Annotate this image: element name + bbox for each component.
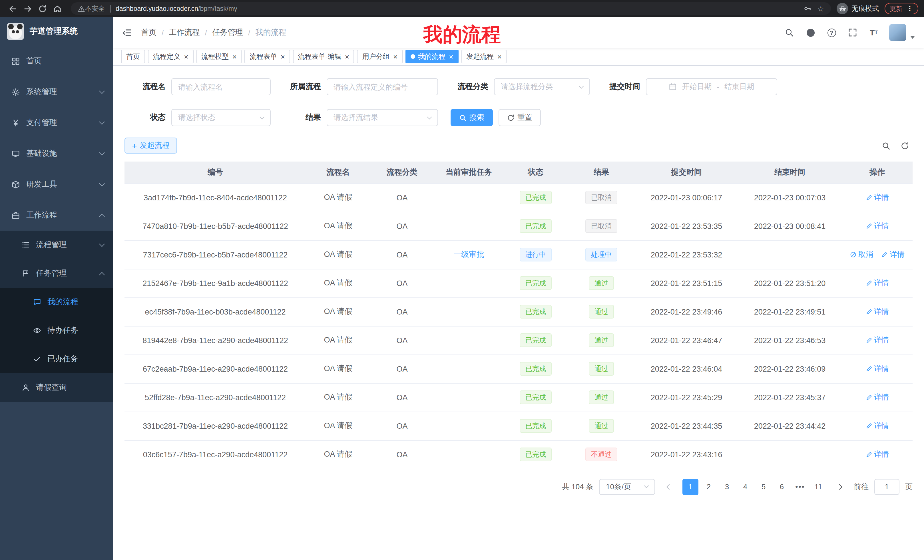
browser-home-icon[interactable] <box>50 2 64 15</box>
tab-item[interactable]: 用户分组× <box>357 49 403 63</box>
sidebar-item-todo-tasks[interactable]: 待办任务 <box>0 316 113 345</box>
prev-page-button[interactable] <box>661 479 676 495</box>
app-logo[interactable]: 芋道管理系统 <box>0 17 113 46</box>
address-bar[interactable]: 不安全 dashboard.yudao.iocoder.cn/bpm/task/… <box>71 2 831 15</box>
action-detail-link[interactable]: 详情 <box>866 192 889 203</box>
github-icon[interactable] <box>805 27 816 38</box>
browser-back-icon[interactable] <box>6 2 20 15</box>
current-task-link[interactable]: 一级审批 <box>453 250 484 259</box>
process-name-input[interactable] <box>171 78 271 95</box>
page-button[interactable]: 2 <box>701 479 717 495</box>
tab-item[interactable]: 流程模型× <box>196 49 242 63</box>
tab-close-icon[interactable]: × <box>497 53 501 60</box>
sidebar-item-home[interactable]: 首页 <box>0 46 113 76</box>
reset-button[interactable]: 重置 <box>498 109 541 126</box>
sidebar-item-system-mgmt[interactable]: 系统管理 <box>0 76 113 107</box>
date-range-picker[interactable]: 开始日期 - 结束日期 <box>646 78 777 95</box>
table-search-icon[interactable] <box>882 141 890 150</box>
action-detail-link[interactable]: 详情 <box>866 335 889 345</box>
tab-item[interactable]: 流程表单-编辑× <box>293 49 354 63</box>
font-size-icon[interactable]: TT <box>868 27 879 38</box>
header-search-icon[interactable] <box>783 27 795 38</box>
chevron-down-icon <box>99 88 105 94</box>
tab-close-icon[interactable]: × <box>232 53 236 60</box>
chat-icon <box>33 298 41 306</box>
tab-item[interactable]: 流程定义× <box>148 49 193 63</box>
page-button[interactable]: 6 <box>774 479 790 495</box>
table-refresh-icon[interactable] <box>901 141 909 150</box>
sidebar-item-done-tasks[interactable]: 已办任务 <box>0 345 113 373</box>
cell-status: 已完成 <box>504 297 568 326</box>
page-size-select[interactable]: 10条/页 <box>599 479 655 495</box>
page-button[interactable]: 4 <box>737 479 753 495</box>
action-detail-link[interactable]: 详情 <box>866 278 889 288</box>
chevron-up-icon <box>99 214 105 219</box>
password-key-icon[interactable] <box>804 4 812 13</box>
action-detail-link[interactable]: 详情 <box>866 392 889 403</box>
table-row: 819442e8-7b9a-11ec-a290-acde48001122OA 请… <box>124 326 913 355</box>
action-detail-link[interactable]: 详情 <box>866 449 889 460</box>
result-tag: 通过 <box>589 391 614 404</box>
tab-label: 发起流程 <box>466 52 494 61</box>
page-button[interactable]: 11 <box>810 479 826 495</box>
active-tab-dot-icon <box>411 54 415 59</box>
action-detail-link[interactable]: 详情 <box>881 250 904 260</box>
browser-forward-icon[interactable] <box>21 2 34 15</box>
search-button[interactable]: 搜索 <box>451 109 493 126</box>
sidebar-item-dev-tools[interactable]: 研发工具 <box>0 169 113 200</box>
cell-current-task <box>434 355 504 383</box>
tab-close-icon[interactable]: × <box>280 53 285 60</box>
browser-reload-icon[interactable] <box>35 2 49 15</box>
breadcrumb-workflow[interactable]: 工作流程 <box>169 27 200 38</box>
page-button[interactable]: 5 <box>756 479 771 495</box>
sidebar-item-infrastructure[interactable]: 基础设施 <box>0 138 113 169</box>
browser-menu-update[interactable]: 更新 ⋮ <box>885 3 918 14</box>
tab-item[interactable]: 发起流程× <box>461 49 507 63</box>
next-page-button[interactable] <box>833 479 848 495</box>
action-detail-link[interactable]: 详情 <box>866 364 889 374</box>
user-avatar[interactable] <box>889 24 906 41</box>
sidebar-toggle-icon[interactable] <box>122 28 132 37</box>
tab-item[interactable]: 我的流程× <box>405 49 458 63</box>
filter-label: 结果 <box>283 112 321 123</box>
sidebar-item-leave-query[interactable]: 请假查询 <box>0 373 113 402</box>
tab-close-icon[interactable]: × <box>184 53 188 60</box>
cell-submit-time: 2022-01-22 23:53:35 <box>635 212 738 240</box>
fullscreen-icon[interactable] <box>847 27 858 38</box>
browser-menu-icon[interactable]: ⋮ <box>906 4 913 13</box>
create-process-button[interactable]: + 发起流程 <box>124 138 177 154</box>
action-detail-link[interactable]: 详情 <box>866 307 889 317</box>
action-detail-link[interactable]: 详情 <box>866 421 889 431</box>
goto-label: 前往 <box>854 482 868 492</box>
page-button[interactable]: 1 <box>682 479 698 495</box>
tab-close-icon[interactable]: × <box>345 53 349 60</box>
tab-close-icon[interactable]: × <box>449 53 453 60</box>
sidebar-item-workflow[interactable]: 工作流程 <box>0 200 113 231</box>
page-ellipsis[interactable]: ••• <box>792 479 808 495</box>
status-select[interactable]: 请选择状态 <box>171 109 271 126</box>
sidebar-item-task-mgmt[interactable]: 任务管理 <box>0 259 113 288</box>
process-id-input[interactable] <box>327 78 438 95</box>
sidebar-item-my-process[interactable]: 我的流程 <box>0 288 113 316</box>
help-icon[interactable]: ? <box>826 27 837 38</box>
cell-id: 2152467e-7b9b-11ec-9a1b-acde48001122 <box>124 269 306 297</box>
goto-page-input[interactable] <box>874 479 900 495</box>
breadcrumb-home[interactable]: 首页 <box>141 27 156 38</box>
tab-item[interactable]: 流程表单× <box>244 49 290 63</box>
cell-status: 已完成 <box>504 183 568 212</box>
sidebar-item-process-mgmt[interactable]: 流程管理 <box>0 231 113 259</box>
cell-actions: 详情 <box>842 269 913 297</box>
action-detail-link[interactable]: 详情 <box>866 221 889 231</box>
breadcrumb-task-mgmt[interactable]: 任务管理 <box>212 27 243 38</box>
page-button[interactable]: 3 <box>719 479 735 495</box>
result-select[interactable]: 请选择流结果 <box>327 109 438 126</box>
cell-result: 通过 <box>568 326 635 355</box>
tab-item[interactable]: 首页 <box>121 49 145 63</box>
tab-close-icon[interactable]: × <box>393 53 398 60</box>
status-tag: 已完成 <box>520 276 552 290</box>
sidebar-item-payment-mgmt[interactable]: 支付管理 <box>0 107 113 138</box>
avatar-caret-icon[interactable] <box>910 36 915 39</box>
bookmark-star-icon[interactable]: ☆ <box>818 4 824 13</box>
category-select[interactable]: 请选择流程分类 <box>494 78 590 95</box>
action-cancel-link[interactable]: 取消 <box>850 250 873 260</box>
